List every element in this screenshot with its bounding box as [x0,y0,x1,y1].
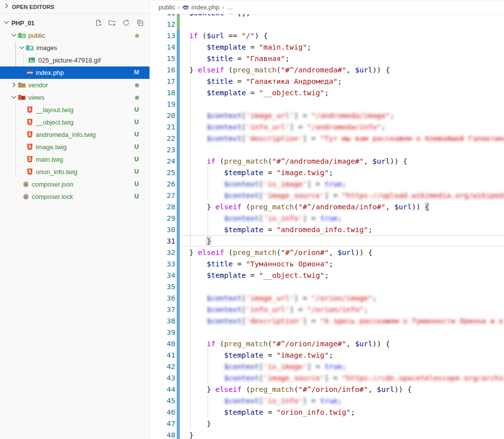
refresh-icon[interactable] [122,19,130,27]
code-line-46[interactable]: 46 $template = "orion_info.twig"; [150,406,504,418]
code-line-17[interactable]: 17 $title = "Галактика Андромеда"; [150,75,504,87]
git-gutter-indicator [177,110,180,121]
file-label: main.twig [36,153,63,166]
code-text: } elseif (preg_match("#^/orion/info#", $… [189,383,504,395]
git-gutter-indicator [177,406,180,418]
tree-row-025-picture-47918-gif[interactable]: 025_picture-47918.gif [0,54,149,66]
code-line-16[interactable]: 16} elseif (preg_match("#^/andromeda#", … [150,64,504,75]
code-viewport[interactable]: 11$context = [];1213if ($url == "/") {14… [150,7,504,439]
code-line-12[interactable]: 12 [150,18,504,30]
new-folder-icon[interactable] [108,19,116,27]
code-line-41[interactable]: 41 $template = "image.twig"; [150,349,504,361]
code-line-47[interactable]: 47 } [150,418,504,429]
code-line-34[interactable]: 34 $template = "__object.twig"; [150,269,504,281]
line-number: 48 [150,429,175,439]
git-status-badge: U [132,153,142,166]
git-gutter-indicator [177,75,180,87]
chevron-down-icon[interactable] [10,93,18,101]
code-line-18[interactable]: 18 $template = "__object.twig"; [150,87,504,98]
code-line-15[interactable]: 15 $title = "Главная"; [150,53,504,64]
file-label: views [28,91,45,104]
code-line-35[interactable]: 35 [150,281,504,292]
file-label: public [28,29,45,42]
tree-row-views[interactable]: views [0,91,149,104]
tree-row-andromeda-info-twig[interactable]: 5andromeda_info.twigU [0,128,149,141]
twig-icon: 5 [26,143,34,151]
git-gutter-indicator [177,155,180,167]
tree-row-vendor[interactable]: vendor [0,79,149,91]
code-line-23[interactable]: 23 [150,144,504,155]
code-line-37[interactable]: 37 $context['info_url'] = "/orion/info"; [150,304,504,315]
git-status-badge: U [132,141,142,153]
file-label: composer.json [32,178,73,190]
git-gutter-indicator [177,304,180,315]
code-line-42[interactable]: 42 $context['is_image'] = true; [150,361,504,372]
breadcrumb-item-public[interactable]: public [158,3,175,11]
code-line-36[interactable]: 36 $context['image_url'] = "/orion/image… [150,292,504,304]
open-editors-header[interactable]: OPEN EDITORS [0,0,149,14]
tree-row--layout-twig[interactable]: 5__layout.twigU [0,104,149,116]
line-number: 41 [150,349,175,361]
code-line-33[interactable]: 33 $title = "Туманность Ориона"; [150,258,504,269]
breadcrumb-item--[interactable]: … [226,3,233,11]
code-line-26[interactable]: 26 $context['is_image'] = true; [150,178,504,189]
folder-public-icon [18,31,26,39]
code-line-22[interactable]: 22 $context['description'] = "Тут мы вам… [150,132,504,144]
git-gutter-indicator [177,235,180,247]
project-root-header[interactable]: PHP_01 [0,17,149,29]
code-text: $template = "orion_info.twig"; [189,406,504,418]
tree-row-public[interactable]: public [0,29,149,42]
tree-row-index-php[interactable]: phpindex.phpM [0,66,149,79]
indent-guide [190,281,191,292]
breadcrumb-item-index-php[interactable]: phpindex.php [182,3,219,11]
git-gutter-indicator [177,132,180,144]
chevron-down-icon[interactable] [18,44,26,52]
git-gutter-indicator [177,418,180,429]
tree-row-image-twig[interactable]: 5image.twigU [0,141,149,153]
code-line-20[interactable]: 20 $context['image_url'] = "/andromeda/i… [150,110,504,121]
open-editors-label: OPEN EDITORS [12,4,54,10]
code-line-44[interactable]: 44 } elseif (preg_match("#^/orion/info#"… [150,383,504,395]
code-text: } [189,418,504,429]
explorer-sidebar: OPEN EDITORS PHP_01 publicimages025_pict… [0,0,149,439]
tree-row-main-twig[interactable]: 5main.twigU [0,153,149,166]
code-line-19[interactable]: 19 [150,98,504,110]
code-line-28[interactable]: 28 } elseif (preg_match("#^/andromeda/in… [150,201,504,212]
code-line-25[interactable]: 25 $template = "image.twig"; [150,167,504,178]
tree-row-composer-json[interactable]: composer.jsonU [0,178,149,190]
collapse-all-icon[interactable] [136,19,144,27]
code-line-40[interactable]: 40 if (preg_match("#^/orion/image#", $ur… [150,338,504,349]
code-text: $template = "main.twig"; [189,41,504,53]
code-line-21[interactable]: 21 $context['info_url'] = "/andromeda/in… [150,121,504,132]
code-line-14[interactable]: 14 $template = "main.twig"; [150,41,504,53]
git-gutter-indicator [177,383,180,395]
code-line-30[interactable]: 30 $template = "andromeda_info.twig"; [150,224,504,235]
file-label: images [36,42,57,54]
code-line-29[interactable]: 29 $context['is_info'] = true; [150,212,504,224]
line-number: 47 [150,418,175,429]
code-line-24[interactable]: 24 if (preg_match("#^/andromeda/image#",… [150,155,504,167]
code-line-32[interactable]: 32} elseif (preg_match("#^/orion#", $url… [150,247,504,258]
new-file-icon[interactable] [94,19,102,27]
code-line-38[interactable]: 38 $context['description'] = "А здесь ра… [150,315,504,326]
code-line-27[interactable]: 27 $context['image_source'] = "https://u… [150,189,504,201]
tree-row--object-twig[interactable]: 5__object.twigU [0,116,149,128]
git-gutter-indicator [177,212,180,224]
chevron-down-icon[interactable] [10,31,18,39]
twig-icon: 5 [26,168,34,176]
code-line-13[interactable]: 13if ($url == "/") { [150,30,504,41]
tree-row-composer-lock[interactable]: composer.lockU [0,190,149,203]
tree-row-images[interactable]: images [0,42,149,54]
chevron-right-icon[interactable] [10,81,18,89]
code-line-39[interactable]: 39 [150,326,504,338]
line-number: 19 [150,98,175,110]
git-gutter-indicator [177,121,180,132]
tree-row-orion-info-twig[interactable]: 5orion_info.twigU [0,166,149,178]
git-status-badge: U [132,116,142,128]
code-line-48[interactable]: 48} [150,429,504,439]
code-line-31[interactable]: 31 } [150,235,504,247]
code-line-43[interactable]: 43 $context['image_source'] = "https://c… [150,372,504,383]
line-number: 39 [150,326,175,338]
git-gutter-indicator [177,292,180,304]
code-line-45[interactable]: 45 $context['is_info'] = true; [150,395,504,406]
